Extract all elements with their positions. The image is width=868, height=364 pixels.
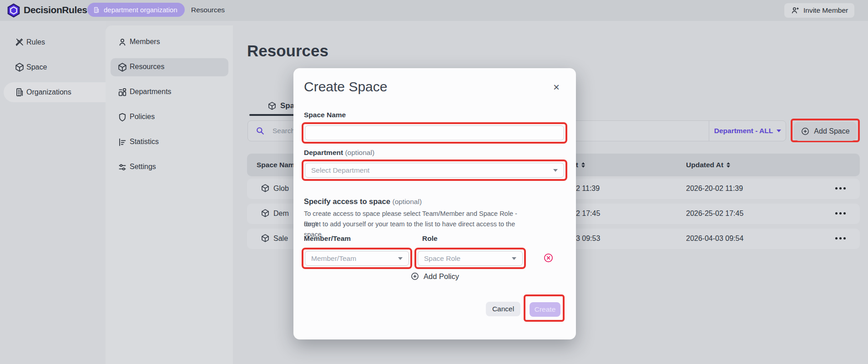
invite-member-label: Invite Member (803, 6, 848, 15)
org-nav-resources[interactable]: Resources (106, 58, 233, 76)
add-space-button[interactable]: Add Space (794, 122, 857, 141)
add-space-label: Add Space (814, 127, 849, 135)
sidebar-item-label: Organizations (26, 88, 71, 96)
org-nav-label: Statistics (130, 138, 159, 146)
chevron-down-icon (512, 257, 516, 260)
row-actions-menu[interactable] (835, 237, 846, 239)
department-annotation-box: Select Department (302, 160, 567, 181)
role-annotation-box: Space Role (414, 248, 526, 269)
plus-circle-icon (410, 272, 419, 281)
create-button[interactable]: Create (530, 302, 560, 317)
space-name-input[interactable] (305, 125, 564, 140)
chevron-down-icon (398, 257, 403, 260)
sort-icon (727, 162, 730, 168)
person-icon (117, 37, 127, 47)
modal-title: Create Space (304, 79, 387, 95)
create-annotation-box: Create (524, 294, 565, 322)
sort-icon (581, 162, 585, 168)
invite-member-button[interactable]: Invite Member (784, 3, 854, 18)
org-nav-label: Settings (130, 163, 156, 171)
space-name-cell: Dem (273, 209, 289, 218)
add-policy-label: Add Policy (424, 272, 459, 281)
decisionrules-logo-icon (6, 3, 21, 18)
row-actions-menu[interactable] (835, 212, 846, 214)
cancel-button[interactable]: Cancel (486, 302, 520, 316)
person-plus-icon (791, 6, 800, 15)
organization-badge-label: department organization (104, 6, 177, 14)
role-select[interactable]: Space Role (418, 251, 523, 266)
main-sidebar: Rules Space Organizations ? Info and (0, 21, 106, 364)
sidebar-item-label: Rules (26, 38, 45, 46)
statistics-icon (117, 137, 127, 147)
department-label: Department (optional) (304, 149, 374, 157)
updated-at-cell: 2026-20-02 11:39 (686, 184, 743, 193)
rules-icon (15, 37, 25, 47)
access-section-title-text: Specify access to space (304, 197, 390, 205)
org-nav-settings[interactable]: Settings (106, 158, 233, 176)
updated-at-cell: 2026-25-02 17:45 (686, 209, 743, 218)
department-label-text: Department (304, 149, 343, 156)
add-space-annotation-box: Add Space (791, 119, 860, 142)
plus-circle-icon (801, 127, 810, 136)
brand-wordmark: DecisionRules (24, 5, 87, 15)
column-header-updated-at[interactable]: Updated At (686, 161, 730, 169)
remove-access-row-icon[interactable] (543, 253, 554, 263)
space-name-cell: Glob (273, 184, 289, 193)
column-header-label: Space Name (257, 161, 298, 169)
add-policy-button[interactable]: Add Policy (293, 272, 576, 281)
chevron-down-icon (777, 130, 781, 132)
search-icon (255, 126, 265, 136)
org-nav-policies[interactable]: Policies (106, 108, 233, 126)
cube-icon (15, 62, 25, 72)
org-nav-departments[interactable]: Departments (106, 83, 233, 101)
column-header-label: Updated At (686, 161, 723, 169)
chevron-down-icon (553, 169, 558, 172)
org-nav-label: Policies (130, 113, 155, 121)
cube-icon (261, 234, 270, 243)
page-title: Resources (247, 42, 328, 60)
optional-hint: (optional) (392, 198, 422, 205)
create-space-modal: Create Space × Space Name Department (op… (293, 68, 576, 339)
member-team-select[interactable]: Member/Team (305, 251, 409, 266)
top-bar: DecisionRules department organization Re… (0, 0, 868, 21)
member-team-placeholder: Member/Team (311, 254, 356, 263)
member-team-label: Member/Team (304, 234, 351, 243)
department-filter-dropdown[interactable]: Department - ALL (709, 121, 786, 141)
org-nav-label: Resources (130, 63, 164, 71)
org-nav-statistics[interactable]: Statistics (106, 133, 233, 151)
search-placeholder: Search (273, 127, 295, 135)
department-filter-label: Department - ALL (714, 127, 773, 135)
org-nav-label: Members (130, 38, 160, 46)
role-placeholder: Space Role (424, 254, 460, 263)
department-select-placeholder: Select Department (311, 166, 369, 175)
sidebar-item-label: Space (26, 63, 47, 71)
shield-icon (117, 112, 127, 122)
optional-hint: (optional) (345, 149, 374, 156)
department-select[interactable]: Select Department (305, 163, 564, 178)
topbar-section-label: Resources (191, 6, 225, 14)
org-nav-label: Departments (130, 88, 172, 96)
space-name-label: Space Name (304, 111, 346, 119)
row-actions-menu[interactable] (835, 187, 846, 189)
sidebar-item-space[interactable]: Space (0, 57, 106, 77)
member-team-annotation-box: Member/Team (302, 248, 412, 269)
space-name-annotation-box (302, 122, 567, 144)
updated-at-cell: 2026-04-03 09:54 (686, 234, 743, 243)
close-icon[interactable]: × (553, 82, 560, 93)
cube-icon (117, 62, 127, 72)
departments-icon (117, 87, 127, 97)
organization-nav-panel: Members Resources Departments Policies (106, 25, 233, 364)
building-icon (93, 6, 100, 14)
organization-icon (15, 87, 25, 97)
organization-badge[interactable]: department organization (87, 3, 185, 17)
cube-icon (261, 184, 270, 193)
space-name-cell: Sale (273, 234, 288, 243)
access-section-title: Specify access to space (optional) (304, 197, 422, 206)
cube-icon (261, 209, 270, 218)
sidebar-item-organizations[interactable]: Organizations (4, 82, 106, 102)
cube-icon (267, 101, 277, 110)
org-nav-members[interactable]: Members (106, 33, 233, 51)
sidebar-item-rules[interactable]: Rules (0, 32, 106, 52)
role-label: Role (422, 234, 438, 243)
settings-sliders-icon (117, 162, 127, 172)
